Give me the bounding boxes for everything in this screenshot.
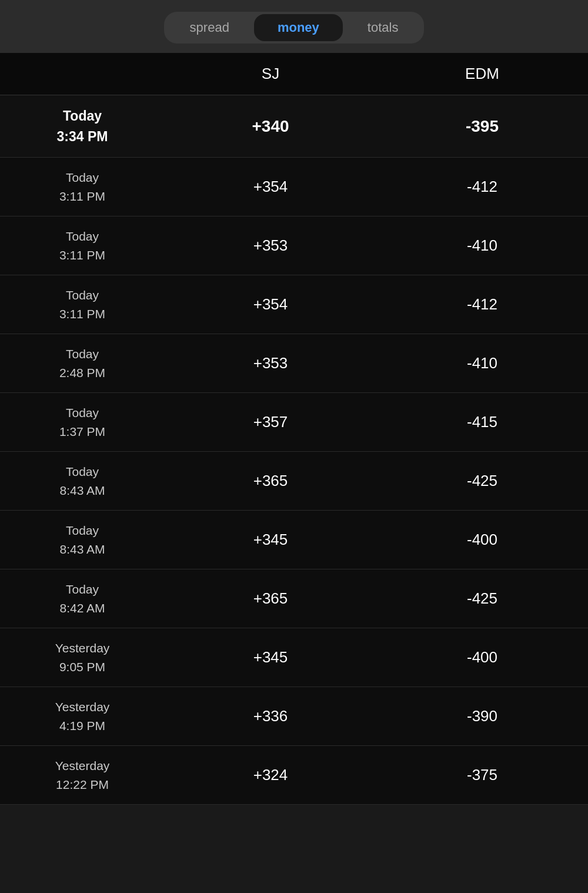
sj-value: +365 — [165, 472, 376, 490]
table-row: Yesterday12:22 PM+324-375 — [0, 746, 588, 805]
sj-value: +345 — [165, 648, 376, 667]
sj-value: +324 — [165, 766, 376, 784]
table-row: Today3:11 PM+354-412 — [0, 275, 588, 334]
tab-totals[interactable]: totals — [344, 14, 422, 41]
table-row: Yesterday9:05 PM+345-400 — [0, 628, 588, 687]
time-cell: Yesterday9:05 PM — [0, 639, 165, 676]
table-row: Yesterday4:19 PM+336-390 — [0, 687, 588, 746]
sj-value: +354 — [165, 178, 376, 196]
edm-value: -425 — [376, 589, 588, 608]
edm-value: -390 — [376, 707, 588, 725]
edm-value: -395 — [376, 117, 588, 136]
tab-spread[interactable]: spread — [166, 14, 253, 41]
edm-value: -410 — [376, 236, 588, 255]
tab-money[interactable]: money — [254, 14, 343, 41]
table-row: Today3:11 PM+354-412 — [0, 158, 588, 216]
time-cell: Today8:43 AM — [0, 462, 165, 499]
edm-value: -400 — [376, 531, 588, 549]
table-row: Today2:48 PM+353-410 — [0, 334, 588, 393]
edm-value: -412 — [376, 178, 588, 196]
sj-value: +353 — [165, 354, 376, 372]
sj-value: +354 — [165, 295, 376, 314]
edm-value: -400 — [376, 648, 588, 667]
sj-value: +353 — [165, 236, 376, 255]
table-row: Today8:43 AM+365-425 — [0, 452, 588, 511]
time-cell: Today3:11 PM — [0, 227, 165, 264]
sj-value: +357 — [165, 413, 376, 431]
data-table: Today3:34 PM+340-395Today3:11 PM+354-412… — [0, 95, 588, 805]
table-row: Today8:42 AM+365-425 — [0, 569, 588, 628]
header-edm: EDM — [376, 65, 588, 83]
top-bar: spread money totals — [0, 0, 588, 53]
time-cell: Today3:11 PM — [0, 286, 165, 323]
edm-value: -412 — [376, 295, 588, 314]
time-cell: Today1:37 PM — [0, 404, 165, 441]
time-cell: Today8:43 AM — [0, 521, 165, 558]
column-header-row: SJ EDM — [0, 53, 588, 95]
table-row: Today3:11 PM+353-410 — [0, 216, 588, 275]
time-cell: Today3:11 PM — [0, 168, 165, 205]
sj-value: +345 — [165, 531, 376, 549]
time-cell: Today3:34 PM — [0, 106, 165, 146]
time-cell: Today8:42 AM — [0, 580, 165, 617]
tab-group: spread money totals — [164, 12, 425, 44]
edm-value: -415 — [376, 413, 588, 431]
edm-value: -410 — [376, 354, 588, 372]
table-row: Today1:37 PM+357-415 — [0, 393, 588, 452]
sj-value: +365 — [165, 589, 376, 608]
sj-value: +340 — [165, 117, 376, 136]
table-row: Today8:43 AM+345-400 — [0, 511, 588, 569]
time-cell: Today2:48 PM — [0, 345, 165, 382]
edm-value: -425 — [376, 472, 588, 490]
edm-value: -375 — [376, 766, 588, 784]
header-sj: SJ — [165, 65, 376, 83]
time-cell: Yesterday4:19 PM — [0, 698, 165, 735]
time-cell: Yesterday12:22 PM — [0, 757, 165, 794]
table-row: Today3:34 PM+340-395 — [0, 95, 588, 158]
header-empty — [0, 65, 165, 83]
sj-value: +336 — [165, 707, 376, 725]
